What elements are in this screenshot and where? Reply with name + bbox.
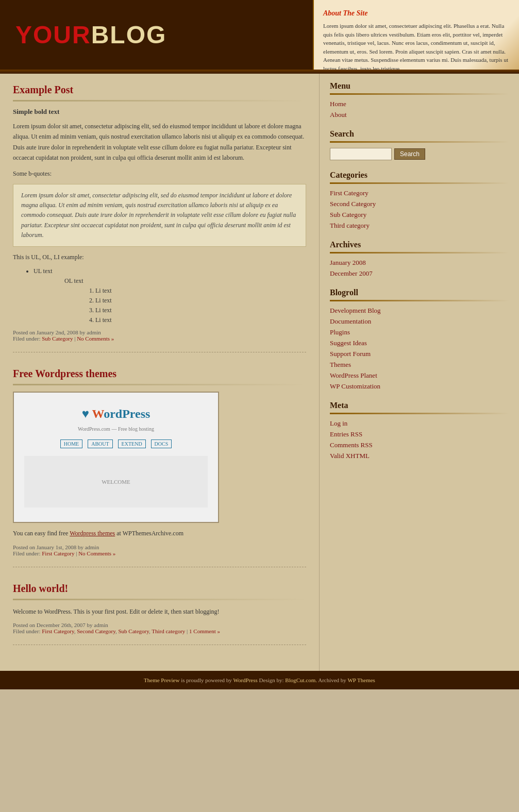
footer-blogcut-link[interactable]: BlogCut.com. bbox=[285, 677, 317, 683]
meta-item-1[interactable]: Log in bbox=[330, 419, 509, 428]
ol-item-1: OL text bbox=[64, 277, 306, 285]
archives-title: Archives bbox=[330, 240, 509, 249]
sidebar-search-section: Search Search bbox=[330, 129, 509, 160]
post-title-2: Free Wordpress themes bbox=[13, 368, 306, 380]
menu-item-about[interactable]: About bbox=[330, 111, 509, 119]
category-item-1[interactable]: First Category bbox=[330, 189, 509, 197]
archive-item-1[interactable]: January 2008 bbox=[330, 259, 509, 267]
menu-divider bbox=[330, 93, 509, 95]
wp-preview-nav: HOME ABOUT EXTEND DOCS bbox=[60, 439, 172, 448]
footer-text2: is proudly powered by bbox=[181, 677, 232, 683]
about-title: About The Site bbox=[323, 8, 510, 19]
filed-cat-3-2[interactable]: Second Category bbox=[77, 628, 115, 634]
search-divider bbox=[330, 141, 509, 143]
about-box: About The Site Lorem ipsum dolor sit ame… bbox=[313, 0, 519, 70]
post-title-link-1[interactable]: Example Post bbox=[13, 84, 73, 95]
post-body-1: Lorem ipsum dolor sit amet, consectetur … bbox=[13, 121, 306, 163]
post-divider-1 bbox=[13, 100, 306, 102]
li-item-1-2: Li text bbox=[95, 297, 306, 304]
post-meta-1: Posted on January 2nd, 2008 by admin Fil… bbox=[13, 329, 306, 342]
archives-list: January 2008 December 2007 bbox=[330, 259, 509, 278]
comments-link-3[interactable]: 1 Comment » bbox=[189, 628, 220, 634]
ul-item-1: UL text bbox=[34, 267, 306, 275]
blogroll-item-4[interactable]: Suggest Ideas bbox=[330, 339, 509, 347]
blogroll-item-6[interactable]: Themes bbox=[330, 361, 509, 369]
wp-preview: ♥ WordPress WordPress.com — Free blog ho… bbox=[13, 392, 219, 523]
search-box: Search bbox=[330, 148, 509, 160]
meta-item-2[interactable]: Entries RSS bbox=[330, 430, 509, 438]
comments-link-1[interactable]: No Comments » bbox=[77, 335, 114, 342]
post-body-3: Welcome to WordPress. This is your first… bbox=[13, 606, 306, 617]
blogroll-item-1[interactable]: Development Blog bbox=[330, 307, 509, 315]
post-body-3-text: Welcome to WordPress. This is your first… bbox=[13, 606, 306, 617]
blogroll-title: Blogroll bbox=[330, 288, 509, 297]
post-hello-world: Hello world! Welcome to WordPress. This … bbox=[13, 583, 306, 645]
filed-cat-3-4[interactable]: Third category bbox=[152, 628, 185, 634]
blogroll-item-8[interactable]: WP Customization bbox=[330, 382, 509, 391]
archives-divider bbox=[330, 252, 509, 253]
menu-item-home[interactable]: Home bbox=[330, 100, 509, 108]
blogroll-divider bbox=[330, 300, 509, 301]
logo[interactable]: YOURBLOG bbox=[15, 21, 166, 49]
meta-item-4[interactable]: Valid XHTML bbox=[330, 452, 509, 460]
footer-wp-link[interactable]: WordPress bbox=[233, 677, 257, 683]
sidebar-menu: Home About bbox=[330, 100, 509, 119]
meta-title: Meta bbox=[330, 401, 509, 410]
logo-blog: BLOG bbox=[91, 21, 167, 48]
post-meta-3: Posted on December 26th, 2007 by admin F… bbox=[13, 622, 306, 634]
footer-text4: Archived by bbox=[318, 677, 346, 683]
post-title-link-3[interactable]: Hello world! bbox=[13, 583, 68, 594]
main-content: Example Post Simple bold text Lorem ipsu… bbox=[0, 74, 320, 671]
post-body-2-text2: at WPThemesArchive.com bbox=[116, 530, 183, 537]
post-title-link-2[interactable]: Free Wordpress themes bbox=[13, 368, 116, 379]
posted-on-1: Posted on January 2nd, 2008 by admin bbox=[13, 329, 101, 335]
blogroll-item-7[interactable]: WordPress Planet bbox=[330, 371, 509, 380]
posted-on-2: Posted on January 1st, 2008 by admin bbox=[13, 544, 99, 550]
subheader-bar bbox=[0, 70, 519, 74]
post-body-2-text1: You can easy find free bbox=[13, 530, 68, 537]
posted-on-3: Posted on December 26th, 2007 by admin bbox=[13, 622, 108, 628]
bquote-label-1: Some b-quotes: bbox=[13, 168, 306, 179]
post-divider-2 bbox=[13, 384, 306, 385]
category-item-3[interactable]: Sub Category bbox=[330, 211, 509, 219]
footer-wp-themes-link[interactable]: WP Themes bbox=[347, 677, 375, 683]
post-body-2: You can easy find free Wordpress themes … bbox=[13, 528, 306, 538]
categories-title: Categories bbox=[330, 171, 509, 180]
blogroll-item-3[interactable]: Plugins bbox=[330, 328, 509, 336]
list-section-1: UL text OL text Li text Li text Li text … bbox=[13, 267, 306, 324]
filed-category-link-2[interactable]: First Category bbox=[42, 550, 74, 556]
wordpress-themes-link[interactable]: Wordpress themes bbox=[70, 530, 115, 537]
blogroll-item-2[interactable]: Documentation bbox=[330, 317, 509, 326]
post-example: Example Post Simple bold text Lorem ipsu… bbox=[13, 84, 306, 352]
wp-preview-caption: WordPress.com — Free blog hosting bbox=[78, 426, 154, 432]
sidebar-categories-section: Categories First Category Second Categor… bbox=[330, 171, 509, 230]
logo-your: YOUR bbox=[15, 21, 91, 48]
category-item-2[interactable]: Second Category bbox=[330, 200, 509, 208]
search-title: Search bbox=[330, 129, 509, 139]
logo-area: YOURBLOG bbox=[0, 10, 247, 59]
blogroll-item-5[interactable]: Support Forum bbox=[330, 350, 509, 358]
footer-theme-preview-link[interactable]: Theme Preview bbox=[144, 677, 179, 683]
category-item-4[interactable]: Third category bbox=[330, 222, 509, 230]
meta-divider bbox=[330, 413, 509, 414]
footer: Theme Preview is proudly powered by Word… bbox=[0, 671, 519, 689]
li-item-1-3: Li text bbox=[95, 307, 306, 314]
header: YOURBLOG About The Site Lorem ipsum dolo… bbox=[0, 0, 519, 70]
meta-list: Log in Entries RSS Comments RSS Valid XH… bbox=[330, 419, 509, 460]
filed-under-label-3: Filed under: bbox=[13, 628, 40, 634]
filed-cat-3-3[interactable]: Sub Category bbox=[119, 628, 149, 634]
sidebar-blogroll-section: Blogroll Development Blog Documentation … bbox=[330, 288, 509, 391]
wp-preview-inner: ♥ WordPress WordPress.com — Free blog ho… bbox=[14, 393, 218, 522]
filed-cat-3-1[interactable]: First Category bbox=[42, 628, 74, 634]
wp-preview-body: WELCOME bbox=[24, 456, 208, 508]
li-item-1-4: Li text bbox=[95, 316, 306, 324]
search-input[interactable] bbox=[330, 148, 392, 160]
li-item-1-1: Li text bbox=[95, 287, 306, 295]
wrapper: Example Post Simple bold text Lorem ipsu… bbox=[0, 74, 519, 671]
meta-item-3[interactable]: Comments RSS bbox=[330, 441, 509, 449]
comments-link-2[interactable]: No Comments » bbox=[78, 550, 115, 556]
list-label-1: This is UL, OL, LI example: bbox=[13, 252, 306, 262]
search-button[interactable]: Search bbox=[394, 148, 425, 160]
filed-category-link-1[interactable]: Sub Category bbox=[42, 335, 73, 342]
archive-item-2[interactable]: December 2007 bbox=[330, 269, 509, 278]
